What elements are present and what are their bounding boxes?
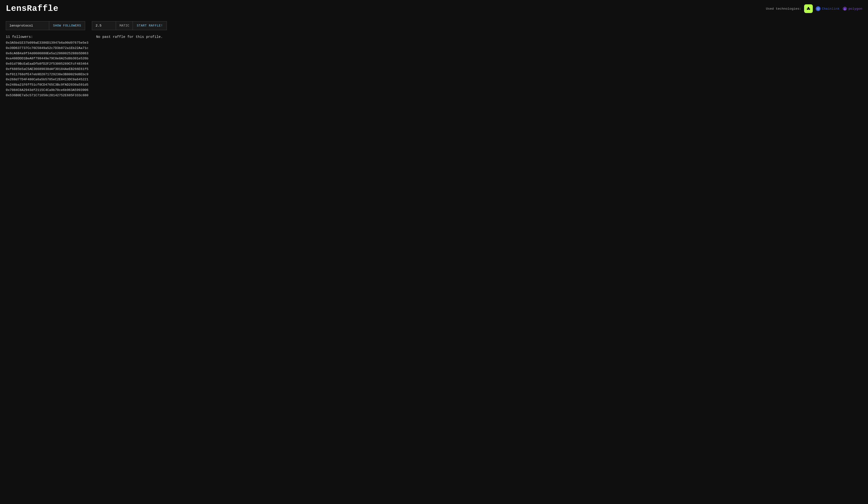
followers-section: 11 followers: 0x3A5bd1E37b099aE3386D1394… (6, 35, 89, 98)
chainlink-label: Chainlink (822, 7, 839, 11)
follower-address: 0xf6885b5aC5AE36689038dAf30184AeEB266E61… (6, 66, 89, 72)
app-header: LensRaffle Used technologies: (0, 0, 868, 17)
polygon-label: polygon (848, 7, 862, 11)
left-controls: SHOW FOLLOWERS (6, 21, 85, 30)
followers-count: 11 followers: (6, 35, 89, 39)
no-raffle-text: No past raffle for this profile. (96, 35, 862, 39)
raffle-section: No past raffle for this profile. (96, 35, 862, 98)
lens-icon (806, 6, 811, 11)
follower-address: 0x248ba21F6ff51cf0CD4765C3Bc9fAD2030a591… (6, 82, 89, 88)
chainlink-badge: ⬡ Chainlink (816, 6, 839, 11)
amount-input[interactable] (92, 21, 116, 30)
follower-address: 0x6cA6B4a9f34d0606880Ee5a12060025288b5D8… (6, 51, 89, 56)
lens-icon-box (804, 4, 813, 13)
profile-input[interactable] (6, 21, 49, 30)
chainlink-icon: ⬡ (816, 6, 820, 11)
follower-address: 0x01d79BcEaEaaDfb8fD2F2f53005289CFcF4834… (6, 61, 89, 66)
tech-label: Used technologies: (766, 7, 802, 11)
app-title: LensRaffle (6, 4, 58, 13)
tech-bar: Used technologies: ⬡ (766, 4, 862, 13)
follower-address: 0xf011768dfE47eb9D2071729238e3B80029d8Eb… (6, 72, 89, 77)
content-area: 11 followers: 0x3A5bd1E37b099aE3386D1394… (6, 35, 862, 98)
followers-list: 0x3A5bd1E37b099aE3386D13947b6a90d97675e5… (6, 40, 89, 98)
follower-address: 0xa408DDD1BeA8f798449e79C0e8A25d8b301e52… (6, 56, 89, 61)
follower-address: 0x268d77D4F480Ca6a5b5785eC2E8413DC9a6452… (6, 77, 89, 82)
follower-address: 0x7084C8A2943df2115C4Ca9b70ce6b963A59939… (6, 88, 89, 93)
polygon-icon (843, 6, 847, 11)
follower-address: 0x39D637737Cc76C5849a52c7D3b872a1Eb22Aa7… (6, 45, 89, 51)
controls-row: SHOW FOLLOWERS MATIC START RAFFLE! (6, 21, 862, 30)
right-controls: MATIC START RAFFLE! (92, 21, 167, 30)
currency-label: MATIC (116, 21, 133, 30)
polygon-badge: polygon (843, 6, 862, 11)
main-content: SHOW FOLLOWERS MATIC START RAFFLE! 11 fo… (0, 17, 868, 102)
follower-address: 0x3A5bd1E37b099aE3386D13947b6a90d97675e5… (6, 40, 89, 45)
show-followers-button[interactable]: SHOW FOLLOWERS (49, 21, 85, 30)
svg-text:⬡: ⬡ (817, 8, 819, 10)
follower-address: 0x536B0E7a5c571C71650c28142752E685F333c8… (6, 93, 89, 98)
start-raffle-button[interactable]: START RAFFLE! (133, 21, 167, 30)
